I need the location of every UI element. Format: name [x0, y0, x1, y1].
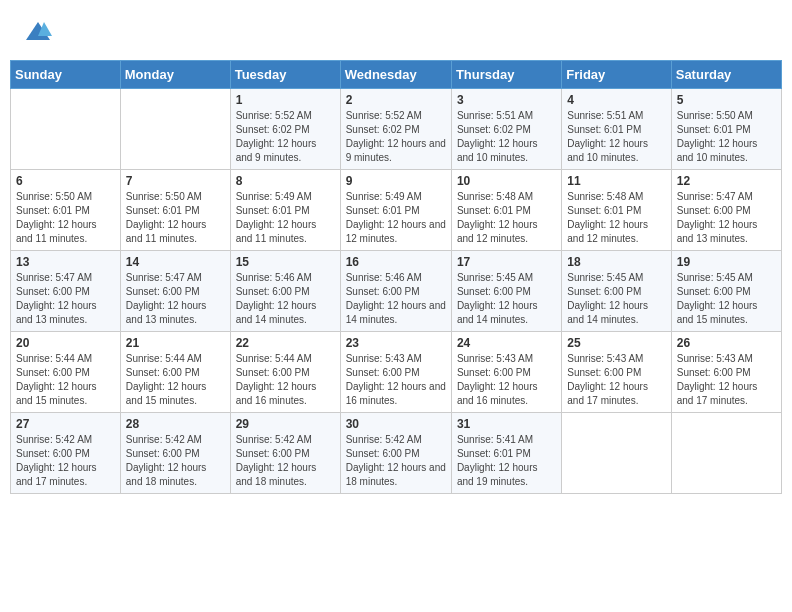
day-number: 14	[126, 255, 225, 269]
day-info: Sunrise: 5:43 AM Sunset: 6:00 PM Dayligh…	[677, 352, 776, 408]
calendar-cell: 24Sunrise: 5:43 AM Sunset: 6:00 PM Dayli…	[451, 332, 561, 413]
day-number: 4	[567, 93, 665, 107]
calendar-week-row: 1Sunrise: 5:52 AM Sunset: 6:02 PM Daylig…	[11, 89, 782, 170]
calendar-cell: 11Sunrise: 5:48 AM Sunset: 6:01 PM Dayli…	[562, 170, 671, 251]
day-info: Sunrise: 5:47 AM Sunset: 6:00 PM Dayligh…	[677, 190, 776, 246]
calendar-cell: 6Sunrise: 5:50 AM Sunset: 6:01 PM Daylig…	[11, 170, 121, 251]
day-number: 15	[236, 255, 335, 269]
day-number: 10	[457, 174, 556, 188]
day-info: Sunrise: 5:45 AM Sunset: 6:00 PM Dayligh…	[457, 271, 556, 327]
calendar-cell: 19Sunrise: 5:45 AM Sunset: 6:00 PM Dayli…	[671, 251, 781, 332]
calendar-cell: 29Sunrise: 5:42 AM Sunset: 6:00 PM Dayli…	[230, 413, 340, 494]
day-number: 29	[236, 417, 335, 431]
day-number: 21	[126, 336, 225, 350]
day-info: Sunrise: 5:43 AM Sunset: 6:00 PM Dayligh…	[457, 352, 556, 408]
calendar-week-row: 27Sunrise: 5:42 AM Sunset: 6:00 PM Dayli…	[11, 413, 782, 494]
day-header: Wednesday	[340, 61, 451, 89]
day-number: 7	[126, 174, 225, 188]
calendar-week-row: 13Sunrise: 5:47 AM Sunset: 6:00 PM Dayli…	[11, 251, 782, 332]
calendar-cell: 10Sunrise: 5:48 AM Sunset: 6:01 PM Dayli…	[451, 170, 561, 251]
calendar-cell: 14Sunrise: 5:47 AM Sunset: 6:00 PM Dayli…	[120, 251, 230, 332]
calendar-wrapper: SundayMondayTuesdayWednesdayThursdayFrid…	[0, 60, 792, 504]
calendar-cell: 4Sunrise: 5:51 AM Sunset: 6:01 PM Daylig…	[562, 89, 671, 170]
day-info: Sunrise: 5:50 AM Sunset: 6:01 PM Dayligh…	[677, 109, 776, 165]
day-info: Sunrise: 5:43 AM Sunset: 6:00 PM Dayligh…	[567, 352, 665, 408]
day-info: Sunrise: 5:46 AM Sunset: 6:00 PM Dayligh…	[346, 271, 446, 327]
calendar-cell: 25Sunrise: 5:43 AM Sunset: 6:00 PM Dayli…	[562, 332, 671, 413]
day-info: Sunrise: 5:49 AM Sunset: 6:01 PM Dayligh…	[236, 190, 335, 246]
day-number: 30	[346, 417, 446, 431]
day-info: Sunrise: 5:48 AM Sunset: 6:01 PM Dayligh…	[567, 190, 665, 246]
calendar-table: SundayMondayTuesdayWednesdayThursdayFrid…	[10, 60, 782, 494]
day-header: Monday	[120, 61, 230, 89]
day-info: Sunrise: 5:49 AM Sunset: 6:01 PM Dayligh…	[346, 190, 446, 246]
calendar-header-row: SundayMondayTuesdayWednesdayThursdayFrid…	[11, 61, 782, 89]
day-number: 11	[567, 174, 665, 188]
day-number: 24	[457, 336, 556, 350]
day-info: Sunrise: 5:50 AM Sunset: 6:01 PM Dayligh…	[126, 190, 225, 246]
day-number: 12	[677, 174, 776, 188]
day-info: Sunrise: 5:51 AM Sunset: 6:01 PM Dayligh…	[567, 109, 665, 165]
calendar-cell	[120, 89, 230, 170]
day-info: Sunrise: 5:43 AM Sunset: 6:00 PM Dayligh…	[346, 352, 446, 408]
day-info: Sunrise: 5:46 AM Sunset: 6:00 PM Dayligh…	[236, 271, 335, 327]
day-info: Sunrise: 5:44 AM Sunset: 6:00 PM Dayligh…	[236, 352, 335, 408]
calendar-cell: 5Sunrise: 5:50 AM Sunset: 6:01 PM Daylig…	[671, 89, 781, 170]
calendar-cell: 9Sunrise: 5:49 AM Sunset: 6:01 PM Daylig…	[340, 170, 451, 251]
calendar-cell: 7Sunrise: 5:50 AM Sunset: 6:01 PM Daylig…	[120, 170, 230, 251]
day-number: 2	[346, 93, 446, 107]
day-number: 20	[16, 336, 115, 350]
day-number: 8	[236, 174, 335, 188]
day-info: Sunrise: 5:51 AM Sunset: 6:02 PM Dayligh…	[457, 109, 556, 165]
day-info: Sunrise: 5:52 AM Sunset: 6:02 PM Dayligh…	[346, 109, 446, 165]
calendar-cell: 12Sunrise: 5:47 AM Sunset: 6:00 PM Dayli…	[671, 170, 781, 251]
calendar-cell: 20Sunrise: 5:44 AM Sunset: 6:00 PM Dayli…	[11, 332, 121, 413]
calendar-cell: 16Sunrise: 5:46 AM Sunset: 6:00 PM Dayli…	[340, 251, 451, 332]
day-info: Sunrise: 5:42 AM Sunset: 6:00 PM Dayligh…	[346, 433, 446, 489]
day-number: 26	[677, 336, 776, 350]
day-info: Sunrise: 5:44 AM Sunset: 6:00 PM Dayligh…	[126, 352, 225, 408]
day-info: Sunrise: 5:47 AM Sunset: 6:00 PM Dayligh…	[16, 271, 115, 327]
calendar-cell: 27Sunrise: 5:42 AM Sunset: 6:00 PM Dayli…	[11, 413, 121, 494]
day-number: 1	[236, 93, 335, 107]
calendar-cell: 23Sunrise: 5:43 AM Sunset: 6:00 PM Dayli…	[340, 332, 451, 413]
day-info: Sunrise: 5:48 AM Sunset: 6:01 PM Dayligh…	[457, 190, 556, 246]
day-info: Sunrise: 5:41 AM Sunset: 6:01 PM Dayligh…	[457, 433, 556, 489]
day-header: Thursday	[451, 61, 561, 89]
calendar-cell: 3Sunrise: 5:51 AM Sunset: 6:02 PM Daylig…	[451, 89, 561, 170]
day-number: 28	[126, 417, 225, 431]
day-number: 3	[457, 93, 556, 107]
day-number: 13	[16, 255, 115, 269]
calendar-cell: 1Sunrise: 5:52 AM Sunset: 6:02 PM Daylig…	[230, 89, 340, 170]
day-info: Sunrise: 5:42 AM Sunset: 6:00 PM Dayligh…	[236, 433, 335, 489]
day-number: 23	[346, 336, 446, 350]
day-number: 31	[457, 417, 556, 431]
calendar-week-row: 20Sunrise: 5:44 AM Sunset: 6:00 PM Dayli…	[11, 332, 782, 413]
logo-icon	[24, 18, 52, 46]
day-header: Saturday	[671, 61, 781, 89]
day-info: Sunrise: 5:44 AM Sunset: 6:00 PM Dayligh…	[16, 352, 115, 408]
calendar-cell	[11, 89, 121, 170]
calendar-cell: 17Sunrise: 5:45 AM Sunset: 6:00 PM Dayli…	[451, 251, 561, 332]
day-number: 19	[677, 255, 776, 269]
day-info: Sunrise: 5:47 AM Sunset: 6:00 PM Dayligh…	[126, 271, 225, 327]
day-number: 5	[677, 93, 776, 107]
calendar-cell: 8Sunrise: 5:49 AM Sunset: 6:01 PM Daylig…	[230, 170, 340, 251]
calendar-week-row: 6Sunrise: 5:50 AM Sunset: 6:01 PM Daylig…	[11, 170, 782, 251]
page-header	[0, 0, 792, 50]
day-number: 17	[457, 255, 556, 269]
calendar-cell: 18Sunrise: 5:45 AM Sunset: 6:00 PM Dayli…	[562, 251, 671, 332]
day-header: Sunday	[11, 61, 121, 89]
calendar-cell: 31Sunrise: 5:41 AM Sunset: 6:01 PM Dayli…	[451, 413, 561, 494]
logo	[24, 18, 56, 46]
day-info: Sunrise: 5:42 AM Sunset: 6:00 PM Dayligh…	[126, 433, 225, 489]
day-info: Sunrise: 5:42 AM Sunset: 6:00 PM Dayligh…	[16, 433, 115, 489]
day-header: Tuesday	[230, 61, 340, 89]
calendar-cell: 22Sunrise: 5:44 AM Sunset: 6:00 PM Dayli…	[230, 332, 340, 413]
day-info: Sunrise: 5:45 AM Sunset: 6:00 PM Dayligh…	[567, 271, 665, 327]
calendar-cell: 15Sunrise: 5:46 AM Sunset: 6:00 PM Dayli…	[230, 251, 340, 332]
day-info: Sunrise: 5:45 AM Sunset: 6:00 PM Dayligh…	[677, 271, 776, 327]
day-number: 9	[346, 174, 446, 188]
day-number: 6	[16, 174, 115, 188]
calendar-cell	[562, 413, 671, 494]
